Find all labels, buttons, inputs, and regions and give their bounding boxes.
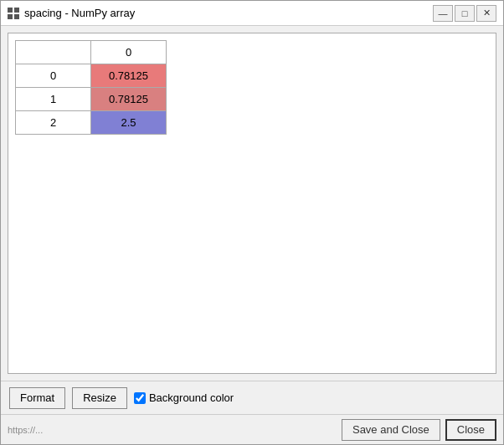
window-controls: — □ ✕ xyxy=(433,5,496,22)
row-index-2: 2 xyxy=(16,111,91,135)
corner-header xyxy=(16,41,91,64)
title-bar: spacing - NumPy array — □ ✕ xyxy=(1,1,503,26)
data-table: 0 0 0.78125 1 0.78125 2 2.5 xyxy=(15,40,167,135)
main-window: spacing - NumPy array — □ ✕ 0 0 0.78125 xyxy=(0,0,504,445)
row-index-1: 1 xyxy=(16,88,91,111)
save-and-close-button[interactable]: Save and Close xyxy=(342,419,440,441)
format-button[interactable]: Format xyxy=(9,387,65,409)
resize-button[interactable]: Resize xyxy=(72,387,127,409)
background-color-checkbox[interactable] xyxy=(134,392,146,404)
close-button[interactable]: ✕ xyxy=(476,5,496,22)
cell-0-0[interactable]: 0.78125 xyxy=(91,64,167,88)
table-row: 2 2.5 xyxy=(16,111,167,135)
url-hint: https://... xyxy=(8,425,337,435)
footer-bar: Format Resize Background color xyxy=(1,381,503,414)
content-area: 0 0 0.78125 1 0.78125 2 2.5 xyxy=(8,33,496,374)
background-color-text: Background color xyxy=(149,391,234,404)
table-row: 1 0.78125 xyxy=(16,88,167,111)
table-container: 0 0 0.78125 1 0.78125 2 2.5 xyxy=(8,33,496,141)
background-color-label[interactable]: Background color xyxy=(134,391,234,404)
grid-icon xyxy=(8,8,19,19)
maximize-button[interactable]: □ xyxy=(455,5,475,22)
table-row: 0 0.78125 xyxy=(16,64,167,88)
bottom-bar: https://... Save and Close Close xyxy=(1,414,503,444)
minimize-button[interactable]: — xyxy=(433,5,453,22)
row-index-0: 0 xyxy=(16,64,91,88)
window-title: spacing - NumPy array xyxy=(24,7,433,19)
cell-2-0[interactable]: 2.5 xyxy=(91,111,167,135)
col-header-0: 0 xyxy=(91,41,167,64)
cell-1-0[interactable]: 0.78125 xyxy=(91,88,167,111)
close-bottom-button[interactable]: Close xyxy=(445,419,496,441)
